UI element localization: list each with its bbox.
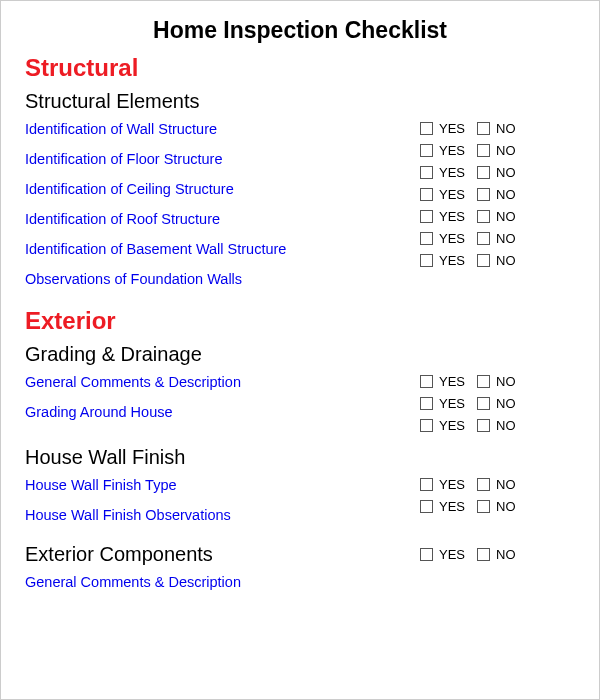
label-yes: YES — [439, 121, 471, 136]
label-no: NO — [496, 231, 516, 246]
checks-column: YESNOYESNOYESNOYESNOYESNOYESNOYESNO — [420, 121, 575, 275]
checkbox-yes[interactable] — [420, 419, 433, 432]
subsection-row: House Wall Finish TypeHouse Wall Finish … — [25, 477, 575, 537]
checklist-link[interactable]: Identification of Wall Structure — [25, 121, 412, 137]
checkbox-yes[interactable] — [420, 144, 433, 157]
checklist-page: Home Inspection Checklist StructuralStru… — [0, 0, 600, 700]
label-no: NO — [496, 396, 516, 411]
subsection-header: Grading & Drainage — [25, 343, 575, 366]
checkbox-yes[interactable] — [420, 232, 433, 245]
yes-no-row: YESNO — [420, 121, 575, 136]
checklist-link[interactable]: Observations of Foundation Walls — [25, 271, 412, 287]
checkbox-yes[interactable] — [420, 166, 433, 179]
subsection-row: Exterior ComponentsGeneral Comments & De… — [25, 537, 575, 604]
checkbox-no[interactable] — [477, 210, 490, 223]
checkbox-no[interactable] — [477, 548, 490, 561]
checklist-link[interactable]: Grading Around House — [25, 404, 412, 420]
checklist-link[interactable]: House Wall Finish Type — [25, 477, 412, 493]
yes-no-row: YESNO — [420, 477, 575, 492]
subsection-row: General Comments & DescriptionGrading Ar… — [25, 374, 575, 440]
checkbox-yes[interactable] — [420, 397, 433, 410]
checklist-link[interactable]: Identification of Ceiling Structure — [25, 181, 412, 197]
checklist-link[interactable]: Identification of Basement Wall Structur… — [25, 241, 412, 257]
label-yes: YES — [439, 143, 471, 158]
checkbox-no[interactable] — [477, 232, 490, 245]
label-no: NO — [496, 209, 516, 224]
section-header: Exterior — [25, 307, 575, 335]
items-column: General Comments & DescriptionGrading Ar… — [25, 374, 420, 434]
label-yes: YES — [439, 231, 471, 246]
yes-no-row: YESNO — [420, 499, 575, 514]
label-no: NO — [496, 143, 516, 158]
checkbox-yes[interactable] — [420, 548, 433, 561]
checkbox-no[interactable] — [477, 419, 490, 432]
yes-no-row: YESNO — [420, 231, 575, 246]
label-yes: YES — [439, 187, 471, 202]
yes-no-row: YESNO — [420, 187, 575, 202]
checkbox-no[interactable] — [477, 500, 490, 513]
checkbox-no[interactable] — [477, 478, 490, 491]
checkbox-no[interactable] — [477, 254, 490, 267]
yes-no-row: YESNO — [420, 209, 575, 224]
checkbox-no[interactable] — [477, 144, 490, 157]
checklist-link[interactable]: House Wall Finish Observations — [25, 507, 412, 523]
label-yes: YES — [439, 253, 471, 268]
subsection-header: Structural Elements — [25, 90, 575, 113]
sections-container: StructuralStructural ElementsIdentificat… — [25, 54, 575, 604]
checklist-link[interactable]: General Comments & Description — [25, 374, 412, 390]
section-header: Structural — [25, 54, 575, 82]
checkbox-yes[interactable] — [420, 122, 433, 135]
label-yes: YES — [439, 209, 471, 224]
items-column: House Wall Finish TypeHouse Wall Finish … — [25, 477, 420, 537]
yes-no-row: YESNO — [420, 165, 575, 180]
checklist-link[interactable]: Identification of Floor Structure — [25, 151, 412, 167]
yes-no-row: YESNO — [420, 374, 575, 389]
label-no: NO — [496, 547, 516, 562]
page-title: Home Inspection Checklist — [25, 17, 575, 44]
label-yes: YES — [439, 499, 471, 514]
subsection-header: Exterior Components — [25, 543, 412, 566]
checklist-link[interactable]: General Comments & Description — [25, 574, 412, 590]
checkbox-no[interactable] — [477, 188, 490, 201]
checkbox-no[interactable] — [477, 166, 490, 179]
label-yes: YES — [439, 418, 471, 433]
items-column: Exterior ComponentsGeneral Comments & De… — [25, 537, 420, 604]
checkbox-yes[interactable] — [420, 478, 433, 491]
label-no: NO — [496, 477, 516, 492]
label-no: NO — [496, 187, 516, 202]
checkbox-yes[interactable] — [420, 210, 433, 223]
checkbox-yes[interactable] — [420, 500, 433, 513]
label-no: NO — [496, 121, 516, 136]
checkbox-yes[interactable] — [420, 254, 433, 267]
yes-no-row: YESNO — [420, 253, 575, 268]
label-no: NO — [496, 253, 516, 268]
checkbox-no[interactable] — [477, 397, 490, 410]
label-yes: YES — [439, 547, 471, 562]
checkbox-yes[interactable] — [420, 375, 433, 388]
label-no: NO — [496, 499, 516, 514]
label-yes: YES — [439, 165, 471, 180]
label-yes: YES — [439, 477, 471, 492]
yes-no-row: YESNO — [420, 418, 575, 433]
checkbox-yes[interactable] — [420, 188, 433, 201]
checks-column: YESNO — [420, 537, 575, 569]
checks-column: YESNOYESNO — [420, 477, 575, 521]
label-no: NO — [496, 374, 516, 389]
subsection-header: House Wall Finish — [25, 446, 575, 469]
subsection-row: Identification of Wall StructureIdentifi… — [25, 121, 575, 301]
label-no: NO — [496, 418, 516, 433]
label-no: NO — [496, 165, 516, 180]
checklist-link[interactable]: Identification of Roof Structure — [25, 211, 412, 227]
yes-no-row: YESNO — [420, 396, 575, 411]
yes-no-row: YESNO — [420, 547, 575, 562]
checkbox-no[interactable] — [477, 122, 490, 135]
checkbox-no[interactable] — [477, 375, 490, 388]
label-yes: YES — [439, 396, 471, 411]
items-column: Identification of Wall StructureIdentifi… — [25, 121, 420, 301]
yes-no-row: YESNO — [420, 143, 575, 158]
checks-column: YESNOYESNOYESNO — [420, 374, 575, 440]
label-yes: YES — [439, 374, 471, 389]
